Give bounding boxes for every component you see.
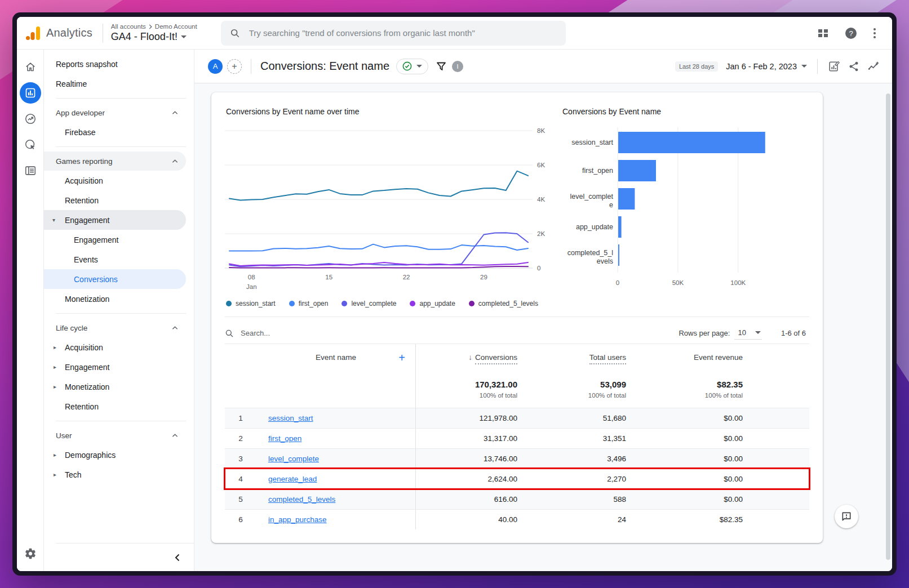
caret-right-icon[interactable]: ▸ <box>54 452 56 458</box>
sidebar-section-life-cycle[interactable]: Life cycle <box>44 318 186 337</box>
admin-gear-icon[interactable] <box>24 547 37 562</box>
caret-right-icon[interactable]: ▸ <box>54 471 56 478</box>
library-icon[interactable] <box>20 160 41 181</box>
legend-item-session_start[interactable]: session_start <box>226 300 276 308</box>
caret-down-icon[interactable]: ▾ <box>52 217 55 223</box>
sidebar-item-engagement[interactable]: ▾Engagement <box>44 210 186 230</box>
insights-icon[interactable] <box>867 60 880 73</box>
explore-icon[interactable] <box>20 108 41 130</box>
sidebar-item-engagement[interactable]: ▸Engagement <box>44 357 194 377</box>
table-row-first_open[interactable]: 2first_open31,317.0031,351$0.00 <box>225 428 809 448</box>
cell-event-name: level_complete <box>256 449 416 469</box>
add-filter-icon[interactable] <box>436 61 446 72</box>
advertising-icon[interactable] <box>20 134 41 155</box>
legend-label: session_start <box>236 300 276 308</box>
section-label: Life cycle <box>56 324 87 332</box>
sidebar-section-games-reporting[interactable]: Games reporting <box>44 152 186 171</box>
property-selector[interactable]: GA4 - Flood-It! <box>111 31 197 43</box>
cell-total-users: 24 <box>517 515 626 524</box>
column-total-users[interactable]: Total users <box>589 353 626 364</box>
sidebar-section-user[interactable]: User <box>44 426 186 445</box>
sidebar-item-acquisition[interactable]: Acquisition <box>44 171 194 190</box>
sidebar-item-conversions[interactable]: Conversions <box>44 269 186 289</box>
rows-per-page-select[interactable]: 10 <box>734 327 761 340</box>
home-icon[interactable] <box>20 56 41 78</box>
line-chart[interactable]: 02K4K6K8K08Jan152229 <box>225 123 563 293</box>
reports-icon[interactable] <box>20 82 41 104</box>
row-number: 1 <box>225 414 256 422</box>
sidebar-divider <box>56 146 186 147</box>
sidebar-item-events[interactable]: Events <box>44 250 194 269</box>
legend-item-first_open[interactable]: first_open <box>289 300 329 308</box>
event-link-generate_lead[interactable]: generate_lead <box>256 475 317 483</box>
column-event-name[interactable]: Event name <box>316 353 356 362</box>
bar-first_open[interactable] <box>618 160 656 181</box>
comparison-avatar[interactable]: A <box>208 59 223 74</box>
sidebar-item-engagement[interactable]: Engagement <box>44 230 194 250</box>
legend-item-app_update[interactable]: app_update <box>410 300 455 308</box>
sidebar-item-firebase[interactable]: Firebase <box>44 122 194 142</box>
sidebar-item-label: Tech <box>65 470 82 479</box>
sidebar-item-tech[interactable]: ▸Tech <box>44 465 194 484</box>
breadcrumb-demo-account[interactable]: Demo Account <box>155 23 197 30</box>
bar-level_complete[interactable] <box>618 188 635 210</box>
sidebar-section-app-developer[interactable]: App developer <box>44 103 186 122</box>
bar-completed_5_levels[interactable] <box>618 244 619 266</box>
event-link-completed_5_levels[interactable]: completed_5_levels <box>256 495 335 504</box>
caret-right-icon[interactable]: ▸ <box>54 364 56 370</box>
table-row-completed_5_levels[interactable]: 5completed_5_levels616.00588$0.00 <box>225 489 809 509</box>
feedback-button[interactable] <box>835 505 858 528</box>
diagnostics-grid-icon[interactable] <box>818 28 829 39</box>
legend-label: first_open <box>299 300 329 308</box>
event-link-session_start[interactable]: session_start <box>256 414 313 422</box>
table-row-generate_lead[interactable]: 4generate_lead2,624.002,270$0.00 <box>225 469 809 489</box>
chevron-up-icon <box>172 326 178 330</box>
bar-chart[interactable]: 050K100Ksession_startfirst_openlevel_com… <box>561 123 806 289</box>
analytics-logo[interactable]: Analytics <box>25 25 92 41</box>
event-link-in_app_purchase[interactable]: in_app_purchase <box>256 515 327 524</box>
sidebar-item-acquisition[interactable]: ▸Acquisition <box>44 337 194 357</box>
collapse-sidebar-button[interactable] <box>56 543 194 571</box>
cell-event-revenue: $0.00 <box>626 434 743 443</box>
share-icon[interactable] <box>848 61 859 72</box>
breadcrumb-all-accounts[interactable]: All accounts <box>111 23 146 30</box>
sampling-indicator[interactable]: I <box>452 61 463 72</box>
caret-right-icon[interactable]: ▸ <box>54 384 56 390</box>
table-row-in_app_purchase[interactable]: 6in_app_purchase40.0024$82.35 <box>225 509 809 529</box>
date-range-label: Jan 6 - Feb 2, 2023 <box>726 62 797 71</box>
sidebar-item-retention[interactable]: Retention <box>44 190 194 210</box>
global-search[interactable] <box>221 21 566 46</box>
cell-event-revenue: $0.00 <box>626 455 743 463</box>
table-row-session_start[interactable]: 1session_start121,978.0051,680$0.00 <box>225 408 809 428</box>
event-link-first_open[interactable]: first_open <box>256 434 301 443</box>
vertical-scrollbar[interactable] <box>886 93 890 560</box>
legend-item-level_complete[interactable]: level_complete <box>342 300 396 308</box>
table-row-level_complete[interactable]: 3level_complete13,746.003,496$0.00 <box>225 448 809 469</box>
table-search-input[interactable] <box>240 328 363 338</box>
sidebar-item-reports-snapshot[interactable]: Reports snapshot <box>44 54 194 74</box>
help-icon[interactable]: ? <box>845 27 857 39</box>
sidebar-item-monetization[interactable]: Monetization <box>44 289 194 309</box>
caret-right-icon[interactable]: ▸ <box>54 344 56 350</box>
sidebar-item-realtime[interactable]: Realtime <box>44 74 194 93</box>
event-link-level_complete[interactable]: level_complete <box>256 455 319 463</box>
legend-item-completed_5_levels[interactable]: completed_5_levels <box>469 300 538 308</box>
search-input[interactable] <box>248 28 557 38</box>
column-conversions[interactable]: Conversions <box>475 353 517 364</box>
customize-report-icon[interactable] <box>828 60 840 73</box>
account-breadcrumb[interactable]: All accounts Demo Account GA4 - Flood-It… <box>111 23 197 43</box>
column-event-revenue[interactable]: Event revenue <box>694 353 743 362</box>
cell-conversions: 40.00 <box>416 515 517 524</box>
add-comparison-button[interactable]: + <box>227 59 242 74</box>
table-search[interactable] <box>225 328 679 338</box>
date-range-picker[interactable]: Jan 6 - Feb 2, 2023 <box>726 62 807 71</box>
section-label: App developer <box>56 109 105 117</box>
sidebar-item-monetization[interactable]: ▸Monetization <box>44 377 194 397</box>
bar-app_update[interactable] <box>618 216 622 238</box>
bar-session_start[interactable] <box>618 132 765 153</box>
more-vert-icon[interactable] <box>873 28 876 39</box>
sidebar-item-demographics[interactable]: ▸Demographics <box>44 445 194 465</box>
add-column-button[interactable]: + <box>398 352 405 363</box>
report-status-pill[interactable] <box>396 59 428 74</box>
sidebar-item-retention[interactable]: Retention <box>44 397 194 416</box>
